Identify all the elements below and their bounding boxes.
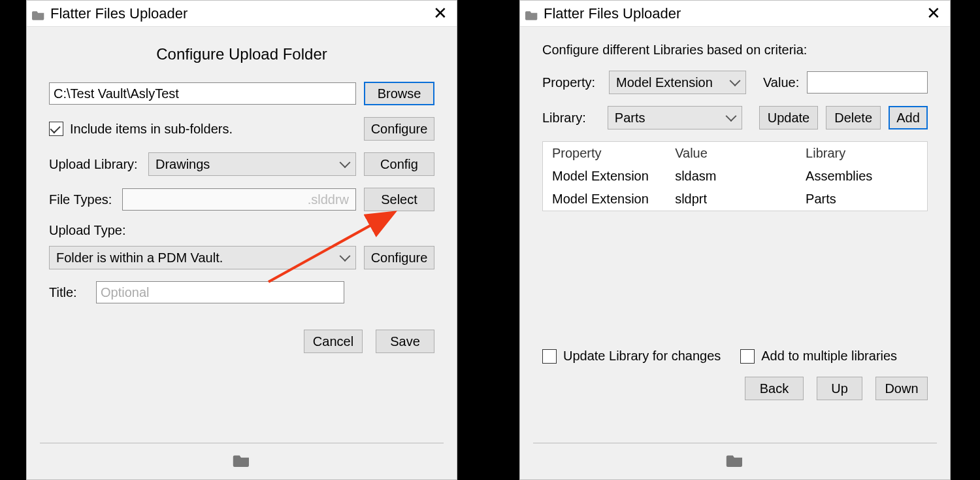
page-heading: Configure different Libraries based on c…	[542, 43, 928, 58]
table-row[interactable]: Model Extension sldasm Assemblies	[543, 165, 927, 188]
col-property: Property	[543, 142, 666, 165]
cell-value: sldasm	[666, 165, 796, 188]
update-library-changes-label: Update Library for changes	[563, 349, 721, 364]
cell-library: Assemblies	[796, 165, 927, 188]
upload-library-label: Upload Library:	[49, 157, 140, 172]
cancel-button[interactable]: Cancel	[304, 330, 363, 353]
file-types-value: .slddrw	[308, 192, 349, 207]
app-folder-icon	[32, 9, 45, 19]
property-value: Model Extension	[616, 75, 713, 90]
library-select[interactable]: Parts	[608, 106, 742, 129]
add-multiple-libraries-checkbox[interactable]	[740, 349, 755, 364]
property-select[interactable]: Model Extension	[609, 71, 746, 94]
up-button[interactable]: Up	[817, 377, 862, 400]
configure-subfolders-button[interactable]: Configure	[364, 117, 434, 141]
titlebar: Flatter Files Uploader ✕	[27, 1, 457, 27]
add-multiple-libraries-label: Add to multiple libraries	[761, 349, 897, 364]
down-button[interactable]: Down	[875, 377, 928, 400]
update-button[interactable]: Update	[759, 106, 819, 129]
window-title: Flatter Files Uploader	[544, 5, 924, 22]
close-button[interactable]: ✕	[431, 3, 450, 24]
footer	[40, 443, 444, 479]
upload-type-select[interactable]: Folder is within a PDM Vault.	[49, 246, 356, 269]
footer-folder-icon	[233, 453, 251, 470]
footer-folder-icon	[726, 453, 744, 470]
file-types-input[interactable]: .slddrw	[122, 188, 356, 211]
library-label: Library:	[542, 111, 600, 126]
footer	[533, 443, 937, 479]
file-types-label: File Types:	[49, 192, 114, 207]
browse-button[interactable]: Browse	[364, 82, 434, 105]
include-subfolders-label: Include items in sub-folders.	[70, 122, 233, 137]
app-folder-icon	[525, 9, 538, 19]
window-configure-upload-folder: Flatter Files Uploader ✕ Configure Uploa…	[26, 0, 457, 480]
configure-upload-type-button[interactable]: Configure	[364, 246, 434, 269]
close-button[interactable]: ✕	[924, 3, 943, 24]
cell-library: Parts	[796, 188, 927, 211]
folder-path-input[interactable]: C:\Test Vault\AslyTest	[49, 82, 356, 105]
add-button[interactable]: Add	[889, 106, 928, 129]
col-value: Value	[666, 142, 796, 165]
update-library-changes-checkbox[interactable]	[542, 349, 557, 364]
page-heading: Configure Upload Folder	[49, 45, 434, 63]
title-field-label: Title:	[49, 285, 88, 300]
back-button[interactable]: Back	[745, 377, 804, 400]
col-library: Library	[796, 142, 927, 165]
config-library-button[interactable]: Config	[364, 152, 434, 176]
save-button[interactable]: Save	[376, 330, 434, 353]
upload-library-select[interactable]: Drawings	[148, 152, 356, 176]
delete-button[interactable]: Delete	[826, 106, 881, 129]
upload-type-value: Folder is within a PDM Vault.	[56, 250, 223, 266]
value-label: Value:	[763, 75, 799, 90]
folder-path-value: C:\Test Vault\AslyTest	[54, 86, 179, 101]
window-title: Flatter Files Uploader	[50, 5, 431, 22]
select-filetypes-button[interactable]: Select	[364, 188, 434, 211]
cell-value: sldprt	[666, 188, 796, 211]
upload-library-value: Drawings	[155, 157, 210, 172]
title-placeholder: Optional	[101, 285, 150, 300]
include-subfolders-checkbox[interactable]	[49, 122, 63, 136]
criteria-table: Property Value Library Model Extension s…	[542, 141, 928, 211]
title-input[interactable]: Optional	[96, 281, 344, 303]
window-configure-libraries: Flatter Files Uploader ✕ Configure diffe…	[519, 0, 951, 480]
value-input[interactable]	[807, 71, 928, 94]
cell-property: Model Extension	[543, 165, 666, 188]
library-value: Parts	[615, 111, 645, 126]
upload-type-label: Upload Type:	[49, 223, 434, 238]
cell-property: Model Extension	[543, 188, 666, 211]
table-row[interactable]: Model Extension sldprt Parts	[543, 188, 927, 211]
titlebar: Flatter Files Uploader ✕	[520, 1, 950, 27]
table-header: Property Value Library	[543, 142, 927, 165]
property-label: Property:	[542, 75, 601, 90]
